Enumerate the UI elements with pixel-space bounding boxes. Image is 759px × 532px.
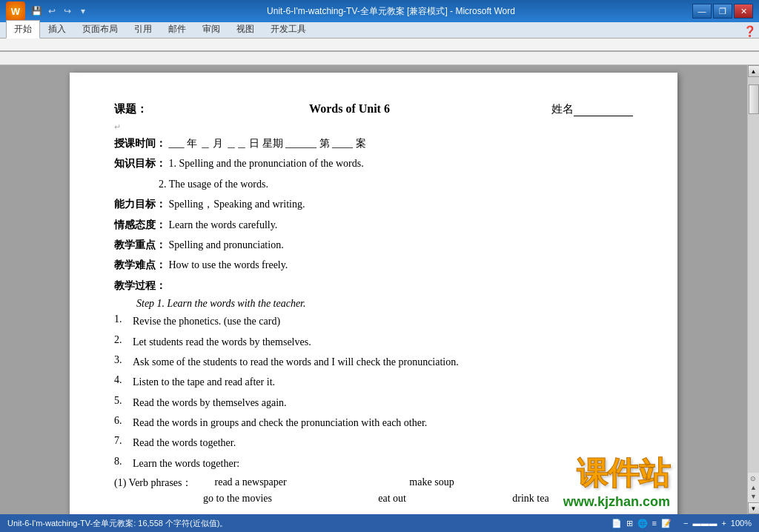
view-mode-print[interactable]: 📄 <box>611 519 622 528</box>
zoom-slider[interactable]: ▬▬▬ <box>692 519 717 528</box>
scroll-thumb[interactable] <box>749 84 759 114</box>
scrollbar-right[interactable]: ▲ ⊙ ▲ ▼ ▼ <box>747 65 759 514</box>
tab-view[interactable]: 视图 <box>228 20 262 38</box>
scrollbar-icons: ⊙ ▲ ▼ <box>750 473 757 502</box>
verb-phrases-label: (1) Verb phrases： <box>114 476 193 490</box>
info-bar <box>0 52 759 65</box>
drink-tea: drink tea <box>512 493 548 505</box>
teaching-process-row: 教学过程： <box>114 278 633 294</box>
scroll-up-button[interactable]: ▲ <box>748 65 760 77</box>
tab-insert[interactable]: 插入 <box>40 20 74 38</box>
ribbon-body <box>0 39 759 52</box>
verb-phrase-1: read a newspaper <box>215 476 287 490</box>
close-button[interactable]: ✕ <box>734 4 753 19</box>
tab-devtools[interactable]: 开发工具 <box>262 20 314 38</box>
select-browse-icon[interactable]: ⊙ <box>750 474 756 483</box>
teaching-key-row: 教学重点： Spelling and pronunciation. <box>114 237 633 253</box>
title-center: Words of Unit 6 <box>148 102 551 116</box>
title-name: 姓名 <box>551 102 633 116</box>
dropdown-quick-btn[interactable]: ▾ <box>76 4 90 18</box>
watermark-text: 课件站 <box>563 453 670 494</box>
list-item: 7. Read the words together. <box>114 435 633 451</box>
title-label: 课题： <box>114 102 148 116</box>
title-bar: W 💾 ↩ ↪ ▾ Unit-6-I'm-watching-TV-全单元教案 [… <box>0 0 759 22</box>
title-row: 课题： Words of Unit 6 姓名 <box>114 102 633 116</box>
view-mode-web[interactable]: 🌐 <box>637 519 648 528</box>
quick-access-toolbar: 💾 ↩ ↪ ▾ <box>30 4 90 18</box>
minimize-button[interactable]: — <box>692 4 712 19</box>
go-movies-row: go to the movies eat out drink tea <box>114 493 633 505</box>
list-item: 2. Let students read the words by themse… <box>114 334 633 350</box>
go-to-movies: go to the movies <box>203 493 272 505</box>
zoom-out-button[interactable]: − <box>683 519 688 528</box>
time-row: 授课时间： ___ 年 ＿ 月 ＿＿ 日 星期 ______ 第 ____ 案 <box>114 136 633 152</box>
redo-quick-btn[interactable]: ↪ <box>61 4 74 18</box>
view-mode-full[interactable]: ⊞ <box>626 519 633 528</box>
step1-line: Step 1. Learn the words with the teacher… <box>136 298 633 310</box>
window-controls: — ❒ ✕ <box>692 4 753 19</box>
status-bar: Unit-6-I'm-watching-TV-全单元教案: 16,558 个字符… <box>0 514 759 532</box>
eat-out: eat out <box>378 493 406 505</box>
view-mode-draft[interactable]: 📝 <box>661 519 672 528</box>
verb-phrases-row: (1) Verb phrases： read a newspaper make … <box>114 476 633 490</box>
status-right: 📄 ⊞ 🌐 ≡ 📝 − ▬▬▬ + 100% <box>611 519 752 528</box>
scroll-down-button[interactable]: ▼ <box>748 502 760 514</box>
restore-button[interactable]: ❒ <box>713 4 732 19</box>
watermark-url: www.kjzhan.com <box>563 494 670 510</box>
tab-layout[interactable]: 页面布局 <box>74 20 126 38</box>
document-wrapper: 课题： Words of Unit 6 姓名 ↵ 授课时间： ___ 年 ＿ 月… <box>0 65 747 514</box>
prev-page-icon[interactable]: ▲ <box>750 483 757 492</box>
document: 课题： Words of Unit 6 姓名 ↵ 授课时间： ___ 年 ＿ 月… <box>70 73 677 514</box>
status-text: Unit-6-I'm-watching-TV-全单元教案: 16,558 个字符… <box>7 518 228 529</box>
view-mode-outline[interactable]: ≡ <box>652 519 657 528</box>
window-title: Unit-6-I'm-watching-TV-全单元教案 [兼容模式] - Mi… <box>267 5 515 18</box>
watermark: 课件站 www.kjzhan.com <box>563 453 670 510</box>
list-item: 8. Learn the words together: <box>114 456 633 472</box>
emotion-row: 情感态度： Learn the words carefully. <box>114 217 633 233</box>
tab-mail[interactable]: 邮件 <box>160 20 194 38</box>
title-bar-left: W 💾 ↩ ↪ ▾ <box>6 1 90 21</box>
knowledge-row-2: 2. The usage of the words. <box>114 176 633 193</box>
list-item: 3. Ask some of the students to read the … <box>114 354 633 370</box>
list-item: 5. Read the words by themselves again. <box>114 395 633 411</box>
para-mark-1: ↵ <box>114 122 633 132</box>
list-item: 6. Read the words in groups and check th… <box>114 415 633 431</box>
next-page-icon[interactable]: ▼ <box>750 492 757 501</box>
zoom-level: 100% <box>731 519 752 528</box>
tab-reference[interactable]: 引用 <box>126 20 160 38</box>
list-item: 1. Revise the phonetics. (use the card) <box>114 313 633 330</box>
knowledge-row: 知识目标： 1. Spelling and the pronunciation … <box>114 156 633 172</box>
zoom-in-button[interactable]: + <box>721 519 726 528</box>
verb-phrase-make-soup: make soup <box>409 476 454 490</box>
office-logo: W <box>6 1 25 21</box>
undo-quick-btn[interactable]: ↩ <box>45 4 59 18</box>
scroll-track[interactable] <box>748 77 759 473</box>
save-quick-btn[interactable]: 💾 <box>30 4 43 18</box>
teaching-diff-row: 教学难点： How to use the words freely. <box>114 257 633 273</box>
tab-start[interactable]: 开始 <box>6 20 40 39</box>
tab-review[interactable]: 审阅 <box>194 20 228 38</box>
help-button[interactable]: ❓ <box>743 24 756 38</box>
ribbon-tabs: 开始 插入 页面布局 引用 邮件 审阅 视图 开发工具 ❓ <box>0 22 759 39</box>
ability-row: 能力目标： Spelling，Speaking and writing. <box>114 196 633 213</box>
main-area: 课题： Words of Unit 6 姓名 ↵ 授课时间： ___ 年 ＿ 月… <box>0 65 759 514</box>
list-item: 4. Listen to the tape and read after it. <box>114 374 633 390</box>
